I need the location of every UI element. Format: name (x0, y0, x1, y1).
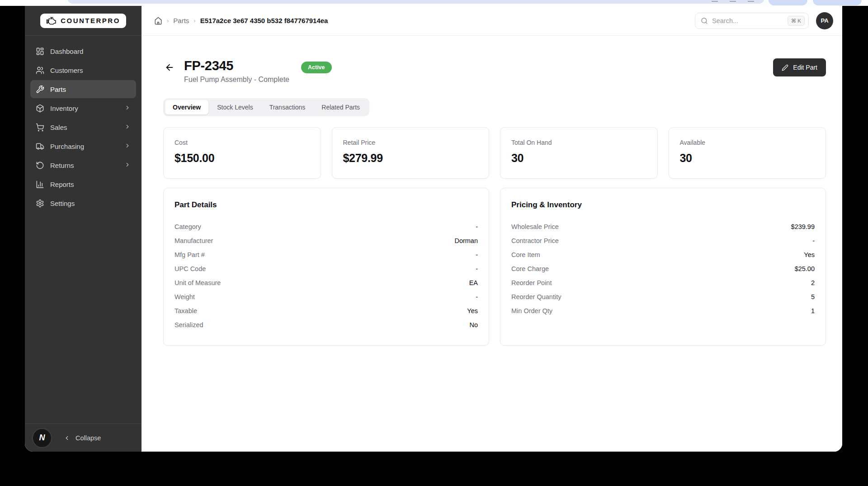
stat-label: Total On Hand (511, 139, 646, 146)
browser-address-bar[interactable] (68, 0, 764, 4)
breadcrumb-current: E517a2ce 3e67 4350 b532 f847767914ea (200, 17, 328, 24)
sidebar-item-label: Purchasing (50, 143, 84, 150)
truck-icon (36, 142, 44, 151)
search-input[interactable] (712, 17, 783, 24)
stat-value: 30 (511, 152, 646, 165)
part-details-rows: Category - Manufacturer Dorman Mfg Part … (175, 219, 478, 332)
sidebar-footer: N Collapse (25, 424, 142, 452)
returns-icon (36, 161, 44, 170)
stat-label: Available (680, 139, 815, 146)
sidebar-item-label: Settings (50, 200, 75, 207)
sidebar-nav: Dashboard Customers Parts Inventory Sale… (25, 36, 142, 219)
tab-stock-levels[interactable]: Stock Levels (209, 100, 260, 114)
detail-row-unit-of-measure: Unit of Measure EA (175, 276, 478, 290)
chevron-right-icon (124, 162, 131, 169)
sidebar-item-label: Returns (50, 162, 74, 169)
detail-row-taxable: Taxable Yes (175, 304, 478, 318)
edit-part-label: Edit Part (793, 64, 817, 71)
browser-profile-chip[interactable] (769, 0, 807, 5)
chevron-right-icon (124, 105, 131, 112)
part-header: FP-2345 Fuel Pump Assembly - Complete Ac… (163, 58, 826, 84)
browser-toolbar-icon[interactable] (748, 1, 754, 5)
wrench-icon (36, 85, 44, 94)
logo[interactable]: COUNTERPRO (40, 14, 126, 28)
bar-chart-icon (36, 180, 44, 189)
detail-row-category: Category - (175, 219, 478, 233)
detail-row-weight: Weight - (175, 290, 478, 304)
sidebar-item-purchasing[interactable]: Purchasing (30, 137, 136, 155)
stat-card-cost: Cost $150.00 (163, 127, 321, 179)
browser-chrome (0, 0, 868, 6)
detail-row-wholesale-price: Wholesale Price $239.99 (511, 219, 815, 233)
sidebar-item-label: Inventory (50, 105, 78, 112)
topbar-right: ⌘ K PA (695, 12, 833, 29)
tab-overview[interactable]: Overview (165, 100, 208, 114)
sidebar-item-label: Sales (50, 124, 67, 131)
search-shortcut-kbd: ⌘ K (788, 16, 805, 26)
detail-row-core-charge: Core Charge $25.00 (511, 262, 815, 276)
part-title-block: FP-2345 Fuel Pump Assembly - Complete (184, 58, 289, 84)
stat-value: $279.99 (343, 152, 478, 165)
detail-row-min-order-qty: Min Order Qty 1 (511, 304, 815, 318)
sidebar-item-sales[interactable]: Sales (30, 118, 136, 136)
detail-row-core-item: Core Item Yes (511, 248, 815, 262)
stat-card-retail-price: Retail Price $279.99 (332, 127, 490, 179)
breadcrumb-parts-link[interactable]: Parts (173, 17, 189, 24)
home-icon[interactable] (154, 17, 162, 25)
chevron-right-icon (124, 143, 131, 150)
chevron-right-icon (124, 124, 131, 131)
page-title: FP-2345 (184, 58, 289, 73)
stat-card-total-on-hand: Total On Hand 30 (500, 127, 658, 179)
cart-icon (36, 123, 44, 132)
main-panel: FP-2345 Fuel Pump Assembly - Complete Ac… (142, 36, 842, 452)
collapse-button[interactable]: Collapse (64, 434, 101, 442)
sidebar-item-dashboard[interactable]: Dashboard (30, 42, 136, 60)
breadcrumb-separator: › (193, 17, 195, 24)
stat-card-available: Available 30 (669, 127, 826, 179)
detail-row-reorder-point: Reorder Point 2 (511, 276, 815, 290)
stat-value: $150.00 (175, 152, 310, 165)
package-icon (36, 104, 44, 113)
tab-transactions[interactable]: Transactions (262, 100, 313, 114)
sidebar-item-label: Reports (50, 181, 74, 188)
collapse-label: Collapse (75, 434, 101, 442)
detail-row-contractor-price: Contractor Price - (511, 233, 815, 248)
engine-icon (46, 17, 57, 25)
sidebar-item-reports[interactable]: Reports (30, 175, 136, 193)
edit-part-button[interactable]: Edit Part (773, 58, 826, 76)
sidebar-item-label: Dashboard (50, 48, 83, 55)
workspace-avatar[interactable]: N (32, 428, 52, 448)
sidebar-item-returns[interactable]: Returns (30, 156, 136, 174)
sidebar-item-inventory[interactable]: Inventory (30, 99, 136, 117)
back-button[interactable] (163, 61, 176, 74)
breadcrumb-separator: › (167, 17, 169, 24)
sidebar-item-customers[interactable]: Customers (30, 61, 136, 79)
chevron-left-icon (64, 435, 70, 441)
sidebar-item-settings[interactable]: Settings (30, 194, 136, 212)
browser-toolbar-icon[interactable] (730, 1, 736, 5)
pricing-inventory-rows: Wholesale Price $239.99 Contractor Price… (511, 219, 815, 318)
panel-title: Part Details (175, 200, 478, 210)
user-avatar[interactable]: PA (816, 12, 833, 29)
detail-row-mfg-part: Mfg Part # - (175, 248, 478, 262)
panel-title: Pricing & Inventory (511, 200, 815, 210)
browser-toolbar-icon[interactable] (712, 1, 718, 5)
browser-menu-chip[interactable] (813, 0, 862, 5)
tab-related-parts[interactable]: Related Parts (314, 100, 368, 114)
logo-text: COUNTERPRO (61, 17, 120, 24)
detail-row-upc-code: UPC Code - (175, 262, 478, 276)
pricing-inventory-panel: Pricing & Inventory Wholesale Price $239… (500, 188, 826, 346)
content-area: › Parts › E517a2ce 3e67 4350 b532 f84776… (142, 6, 842, 452)
app-window: COUNTERPRO Dashboard Customers Parts Inv… (25, 6, 842, 452)
detail-row-reorder-quantity: Reorder Quantity 5 (511, 290, 815, 304)
search-icon (701, 17, 708, 24)
gear-icon (36, 199, 44, 208)
search-box[interactable]: ⌘ K (695, 13, 809, 29)
breadcrumb: › Parts › E517a2ce 3e67 4350 b532 f84776… (154, 17, 328, 25)
sidebar: COUNTERPRO Dashboard Customers Parts Inv… (25, 6, 142, 452)
sidebar-item-label: Customers (50, 67, 83, 74)
sidebar-item-parts[interactable]: Parts (30, 80, 136, 98)
stat-cards: Cost $150.00 Retail Price $279.99 Total … (163, 127, 826, 179)
topbar: › Parts › E517a2ce 3e67 4350 b532 f84776… (142, 6, 842, 36)
customers-icon (36, 66, 44, 75)
